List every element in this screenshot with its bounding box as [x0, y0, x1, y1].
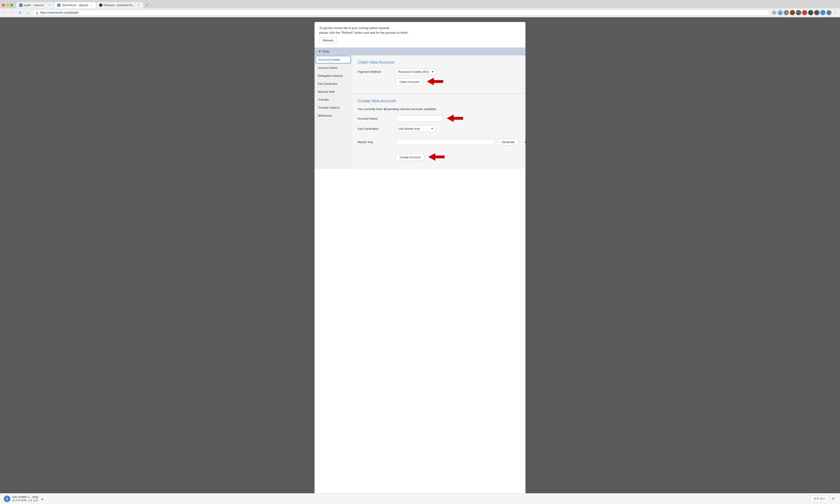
sidebar: Account Creator Account Votes Delegation…: [315, 55, 352, 169]
create-account-control: Create Account: [396, 153, 444, 161]
account-name-arrow: [447, 114, 463, 123]
pending-info: You currently have 12 pending claimed ac…: [358, 107, 525, 111]
refresh-button[interactable]: Refresh: [319, 37, 337, 43]
payment-method-control: Resource Credits (RC) Steem Power: [396, 69, 436, 75]
url-text: https://steemworld.org/@jaydih: [40, 11, 79, 14]
claim-account-control: Claim Account: [396, 78, 443, 86]
tab-bar: jaydih — Steemit × SteemWorld ~ @jaydih …: [0, 0, 840, 8]
tab-scatter[interactable]: Releases · GetScatter/Scatter... ×: [96, 2, 143, 8]
account-name-control: [396, 114, 463, 123]
master-key-control: Generate: [396, 135, 525, 149]
claim-account-row: Claim Account: [358, 78, 525, 86]
tools-header-label: ▼ Tools: [318, 50, 329, 53]
download-item: ⬇ mac-scatter-1....dmg 38.4/64.8MB, 1분 남…: [4, 495, 45, 502]
sidebar-item-account-creator[interactable]: Account Creator: [315, 56, 351, 64]
account-name-row: Account Name: [358, 114, 525, 123]
tab-title-steemit: jaydih — Steemit: [24, 4, 47, 6]
home-button[interactable]: ⌂: [25, 10, 31, 16]
browser-chrome: jaydih — Steemit × SteemWorld ~ @jaydih …: [0, 0, 840, 17]
key-generation-row: Key Generation Use Master Key Manual: [358, 126, 525, 132]
forward-button[interactable]: →: [10, 10, 16, 16]
sidebar-item-transfer-search[interactable]: Transfer Search: [315, 104, 352, 112]
toolbar-icons: ★ ☁ 🛡 B 📷 S ◼ K → 👤 ⋮: [772, 10, 838, 15]
download-meta: 38.4/64.8MB, 1분 남음: [12, 499, 38, 502]
minimize-traffic-light[interactable]: [6, 4, 9, 6]
tools-header: ▼ Tools: [315, 48, 525, 55]
account-name-input[interactable]: [396, 115, 442, 122]
payment-method-label: Payment Method: [358, 70, 393, 74]
key-generation-label: Key Generation: [358, 127, 393, 130]
description-line1: To get the current list of your coming a…: [319, 26, 521, 31]
svg-marker-3: [428, 153, 444, 161]
sidebar-item-manual-vote[interactable]: Manual Vote: [315, 88, 352, 96]
menu-icon[interactable]: ⋮: [833, 10, 838, 15]
page-wrapper: To get the current list of your coming a…: [0, 17, 840, 503]
top-section: To get the current list of your coming a…: [315, 22, 525, 48]
create-account-button[interactable]: Create Account: [396, 154, 424, 161]
page-background: To get the current list of your coming a…: [0, 17, 840, 503]
svg-marker-1: [447, 114, 463, 122]
extension-icon-5[interactable]: S: [802, 10, 807, 15]
tab-steemworld[interactable]: SteemWorld ~ @jaydih ×: [54, 2, 96, 8]
bookmark-star-icon[interactable]: ★: [772, 10, 777, 15]
extension-icon-2[interactable]: 🛡: [784, 10, 789, 15]
close-download-bar-button[interactable]: ✕: [830, 497, 836, 501]
tab-title-steemworld: SteemWorld ~ @jaydih: [62, 4, 88, 6]
maximize-traffic-light[interactable]: [10, 4, 13, 6]
generate-button[interactable]: Generate: [498, 139, 519, 145]
sidebar-item-delegation-history[interactable]: Delegation History: [315, 72, 352, 80]
tab-favicon-steemit: [19, 3, 22, 7]
download-expand-icon[interactable]: ▲: [40, 497, 45, 501]
generate-arrow: [525, 135, 525, 149]
sidebar-item-witnesses[interactable]: Witnesses: [315, 112, 352, 120]
master-key-row: Master Key Generate: [358, 135, 525, 149]
download-info: mac-scatter-1....dmg 38.4/64.8MB, 1분 남음: [12, 495, 38, 502]
extension-icon-6[interactable]: ◼: [808, 10, 813, 15]
sidebar-item-transfer[interactable]: Transfer: [315, 96, 352, 104]
extension-icon-4[interactable]: 📷: [796, 10, 801, 15]
account-name-label: Account Name: [358, 117, 393, 120]
svg-marker-0: [427, 78, 443, 85]
download-file-icon: ⬇: [4, 496, 10, 502]
create-section-title: Create New Account: [358, 98, 525, 104]
claim-account-button[interactable]: Claim Account: [396, 78, 423, 85]
main-content: Claim New Account Payment Method Resourc…: [352, 55, 525, 169]
url-field[interactable]: 🔒 https://steemworld.org/@jaydih: [32, 10, 770, 16]
tools-section: Account Creator Account Votes Delegation…: [315, 55, 525, 169]
sidebar-item-account-votes[interactable]: Account Votes: [315, 64, 352, 72]
tab-close-steemit[interactable]: ×: [48, 3, 51, 7]
payment-method-select[interactable]: Resource Credits (RC) Steem Power: [396, 69, 436, 75]
claim-arrow: [427, 78, 443, 86]
key-generation-control: Use Master Key Manual: [396, 126, 436, 132]
key-generation-select[interactable]: Use Master Key Manual: [396, 126, 436, 132]
download-bar: ⬇ mac-scatter-1....dmg 38.4/64.8MB, 1분 남…: [0, 493, 840, 504]
back-button[interactable]: ←: [2, 10, 8, 16]
extension-icon-8[interactable]: →: [820, 10, 825, 15]
claim-section: Claim New Account Payment Method Resourc…: [352, 55, 525, 94]
extension-icon-1[interactable]: ☁: [778, 10, 783, 15]
close-traffic-light[interactable]: [2, 4, 5, 6]
page-content: To get the current list of your coming a…: [315, 22, 525, 498]
tab-close-scatter[interactable]: ×: [137, 3, 140, 7]
download-filename: mac-scatter-1....dmg: [12, 495, 38, 499]
claim-section-title: Claim New Account: [358, 60, 525, 65]
show-all-downloads-button[interactable]: 모두 표시: [810, 496, 828, 502]
sidebar-item-key-generator[interactable]: Key Generator: [315, 80, 352, 88]
tab-close-steemworld[interactable]: ×: [90, 3, 93, 7]
tab-favicon-scatter: [99, 3, 102, 7]
create-account-arrow: [428, 153, 444, 161]
extension-icon-3[interactable]: B: [790, 10, 795, 15]
lock-icon: 🔒: [35, 11, 39, 14]
master-key-input[interactable]: [396, 139, 494, 145]
pending-count: 12: [384, 107, 387, 111]
profile-icon[interactable]: 👤: [826, 10, 832, 15]
master-key-label: Master Key: [358, 140, 393, 144]
extension-icon-7[interactable]: K: [814, 10, 819, 15]
refresh-nav-button[interactable]: ↻: [17, 10, 23, 16]
tab-steemit[interactable]: jaydih — Steemit ×: [16, 2, 54, 8]
tab-favicon-steemworld: [57, 3, 60, 7]
description-line2: please click the "Refresh" button and wa…: [319, 31, 521, 35]
new-tab-button[interactable]: +: [144, 2, 150, 8]
create-section: Create New Account You currently have 12…: [352, 94, 525, 169]
traffic-lights: [2, 4, 13, 6]
